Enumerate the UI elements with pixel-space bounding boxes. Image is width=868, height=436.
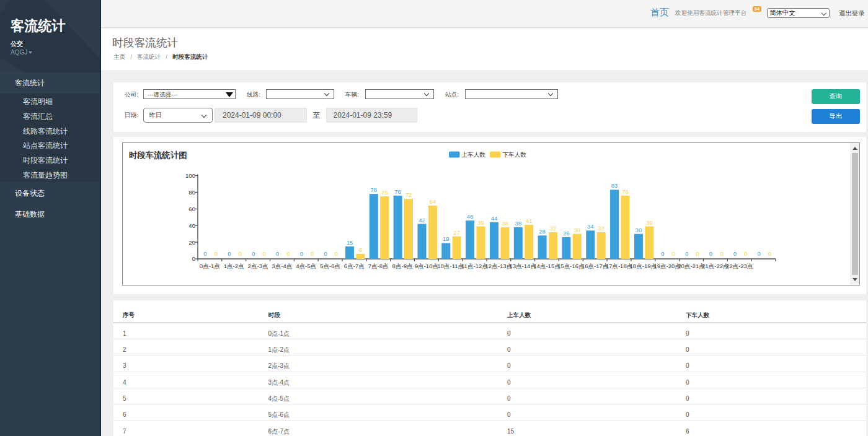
svg-text:72: 72 [405,191,412,198]
svg-text:28: 28 [539,228,546,235]
svg-text:46: 46 [467,213,474,220]
svg-text:0: 0 [696,250,699,257]
svg-text:100: 100 [185,172,195,179]
svg-text:下车人数: 下车人数 [503,151,527,158]
svg-text:20点-21点: 20点-21点 [678,263,705,269]
svg-text:20: 20 [188,239,195,246]
svg-text:0: 0 [324,250,327,257]
svg-text:30: 30 [636,227,642,233]
svg-text:0: 0 [720,250,723,257]
svg-text:0: 0 [252,250,255,257]
svg-text:0: 0 [262,250,265,257]
svg-text:0: 0 [228,250,231,257]
svg-text:0: 0 [239,250,242,257]
svg-text:34: 34 [587,223,594,230]
svg-text:75: 75 [381,189,388,196]
svg-text:2点-3点: 2点-3点 [248,263,268,269]
svg-text:44: 44 [491,215,498,222]
svg-text:26: 26 [563,230,570,237]
svg-text:0: 0 [709,250,712,257]
svg-text:11点-12点: 11点-12点 [461,263,488,269]
svg-text:0: 0 [757,250,760,257]
svg-text:3点-4点: 3点-4点 [272,263,292,269]
svg-text:76: 76 [622,188,629,195]
svg-text:1点-2点: 1点-2点 [224,263,244,269]
svg-text:64: 64 [430,198,436,205]
svg-text:40: 40 [188,222,195,229]
svg-text:19点-20点: 19点-20点 [653,263,681,269]
svg-text:38: 38 [515,220,521,227]
svg-text:0: 0 [311,250,314,257]
svg-text:上车人数: 上车人数 [462,151,486,158]
svg-text:15: 15 [347,239,353,246]
svg-text:0点-1点: 0点-1点 [200,263,220,269]
svg-text:0: 0 [300,250,303,257]
svg-text:18点-19点: 18点-19点 [630,263,657,269]
svg-text:0: 0 [768,250,771,257]
svg-text:9点-10点: 9点-10点 [415,263,439,269]
svg-text:80: 80 [188,189,195,196]
svg-text:0: 0 [276,250,279,257]
svg-text:6点-7点: 6点-7点 [344,263,365,269]
svg-text:0: 0 [744,250,747,257]
svg-text:39: 39 [646,219,653,226]
svg-text:76: 76 [394,188,401,195]
svg-text:15点-16点: 15点-16点 [557,263,585,269]
svg-text:0: 0 [203,250,206,257]
svg-text:0: 0 [685,250,688,257]
svg-text:14点-15点: 14点-15点 [533,263,560,269]
svg-text:0: 0 [733,250,737,257]
svg-text:5点-6点: 5点-6点 [320,263,340,269]
svg-text:0: 0 [335,250,338,257]
svg-text:0: 0 [286,250,290,257]
svg-text:83: 83 [611,182,618,189]
svg-text:38: 38 [502,220,508,227]
svg-text:27: 27 [453,229,460,236]
svg-text:4点-5点: 4点-5点 [296,263,316,269]
svg-text:17点-18点: 17点-18点 [606,263,633,269]
svg-text:7点-8点: 7点-8点 [368,263,389,269]
svg-text:16点-17点: 16点-17点 [582,263,609,269]
svg-text:13点-14点: 13点-14点 [509,263,536,269]
svg-text:0: 0 [215,250,218,257]
svg-text:12点-13点: 12点-13点 [485,263,513,269]
svg-text:30: 30 [574,227,580,233]
svg-text:78: 78 [370,186,377,193]
svg-text:32: 32 [550,225,557,232]
svg-text:41: 41 [526,217,533,224]
svg-text:0: 0 [661,250,664,257]
svg-text:39: 39 [477,219,484,226]
svg-text:19: 19 [443,235,450,242]
svg-text:22点-23点: 22点-23点 [726,263,753,269]
svg-text:时段车流统计图: 时段车流统计图 [129,150,187,160]
svg-text:0: 0 [672,250,675,257]
svg-text:6: 6 [359,246,362,253]
svg-text:60: 60 [188,206,195,212]
svg-text:21点-22点: 21点-22点 [702,263,729,269]
svg-text:8点-9点: 8点-9点 [392,263,413,269]
svg-text:32: 32 [598,225,604,232]
svg-text:42: 42 [418,217,425,224]
svg-text:10点-11点: 10点-11点 [437,263,464,269]
